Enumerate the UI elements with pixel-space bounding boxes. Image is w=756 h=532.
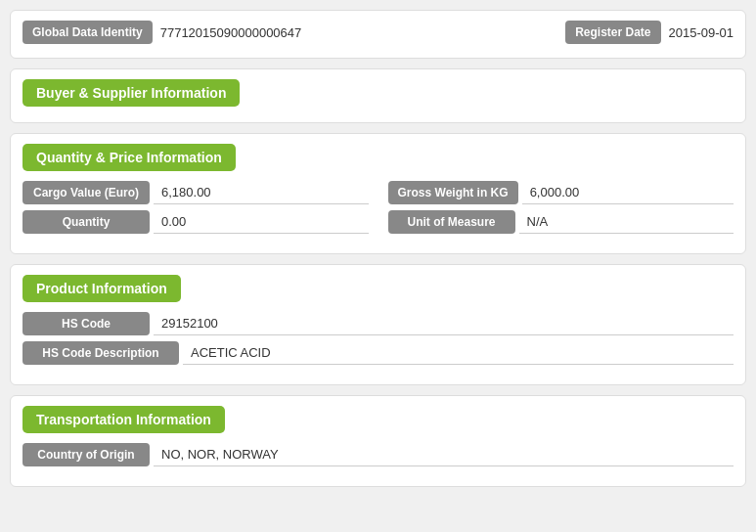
cargo-value: 6,180.00 (154, 181, 369, 204)
hs-code-desc-row: HS Code Description ACETIC ACID (22, 341, 734, 365)
buyer-supplier-card: Buyer & Supplier Information (10, 68, 746, 123)
hs-code-description-value: ACETIC ACID (183, 341, 734, 365)
hs-code-row: HS Code 29152100 (22, 312, 734, 335)
page-container: Global Data Identity 7771201509000000064… (0, 0, 756, 532)
country-of-origin-row: Country of Origin NO, NOR, NORWAY (22, 443, 734, 466)
transportation-fields: Country of Origin NO, NOR, NORWAY (22, 443, 734, 466)
quantity-price-card: Quantity & Price Information Cargo Value… (10, 133, 746, 254)
country-of-origin-label: Country of Origin (22, 443, 150, 466)
transportation-title: Transportation Information (22, 406, 225, 433)
global-data-identity-value: 77712015090000000647 (160, 25, 302, 40)
product-card: Product Information HS Code 29152100 HS … (10, 264, 746, 385)
cargo-gross-row: Cargo Value (Euro) 6,180.00 Gross Weight… (22, 181, 734, 204)
unit-of-measure-value: N/A (519, 210, 734, 234)
hs-code-desc-group: HS Code Description ACETIC ACID (22, 341, 734, 365)
unit-of-measure-label: Unit of Measure (388, 210, 515, 234)
gross-weight-label: Gross Weight in KG (388, 181, 518, 204)
country-of-origin-group: Country of Origin NO, NOR, NORWAY (22, 443, 734, 466)
buyer-supplier-title: Buyer & Supplier Information (22, 79, 240, 107)
cargo-value-group: Cargo Value (Euro) 6,180.00 (22, 181, 369, 204)
transportation-card: Transportation Information Country of Or… (10, 395, 746, 487)
quantity-uom-row: Quantity 0.00 Unit of Measure N/A (22, 210, 734, 234)
hs-code-description-label: HS Code Description (22, 341, 179, 365)
hs-code-label: HS Code (22, 312, 150, 335)
hs-code-value: 29152100 (154, 312, 734, 335)
quantity-price-fields: Cargo Value (Euro) 6,180.00 Gross Weight… (22, 181, 734, 234)
country-of-origin-value: NO, NOR, NORWAY (154, 443, 734, 466)
product-title: Product Information (22, 275, 181, 302)
quantity-price-title: Quantity & Price Information (22, 144, 236, 171)
register-date-label: Register Date (565, 21, 660, 44)
quantity-value: 0.00 (154, 210, 369, 234)
quantity-group: Quantity 0.00 (22, 210, 369, 234)
global-data-identity-label: Global Data Identity (22, 21, 153, 44)
hs-code-group: HS Code 29152100 (22, 312, 734, 335)
product-fields: HS Code 29152100 HS Code Description ACE… (22, 312, 734, 365)
quantity-label: Quantity (22, 210, 150, 234)
register-date-value: 2015-09-01 (669, 25, 734, 40)
header-card: Global Data Identity 7771201509000000064… (10, 10, 746, 59)
unit-of-measure-group: Unit of Measure N/A (388, 210, 734, 234)
gross-weight-value: 6,000.00 (522, 181, 734, 204)
gross-weight-group: Gross Weight in KG 6,000.00 (388, 181, 734, 204)
cargo-value-label: Cargo Value (Euro) (22, 181, 150, 204)
header-row: Global Data Identity 7771201509000000064… (22, 21, 734, 44)
